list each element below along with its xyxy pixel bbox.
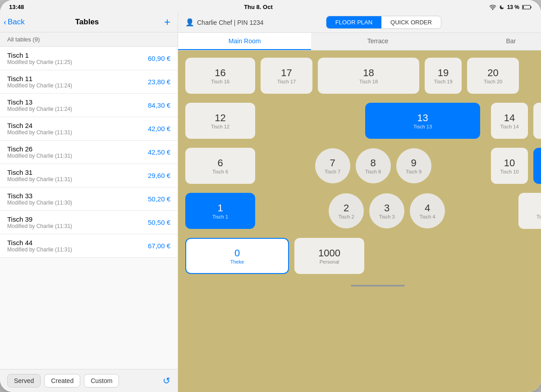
floor-row-5: 0 Theke 1000 Personal — [185, 238, 541, 274]
sidebar-footer: Served Created Custom ↺ — [0, 369, 178, 392]
table-17[interactable]: 17 Tisch 17 — [261, 58, 312, 94]
created-button[interactable]: Created — [44, 374, 80, 387]
add-table-button[interactable]: + — [164, 16, 170, 28]
refresh-button[interactable]: ↺ — [163, 375, 170, 386]
table-15[interactable]: 15 Tisch 15 — [533, 103, 541, 139]
device-frame: 13:48 Thu 8. Oct 13 % — [0, 0, 541, 392]
table-16[interactable]: 16 Tisch 16 — [185, 58, 255, 94]
table-9[interactable]: 9 Tisch 9 — [396, 148, 431, 183]
table-18[interactable]: 18 Tisch 18 — [318, 58, 419, 94]
moon-icon — [499, 5, 504, 10]
table-13[interactable]: 13 Tisch 13 — [365, 103, 480, 139]
view-toggle: FLOOR PLAN QUICK ORDER — [326, 16, 441, 29]
floor-row-1: 16 Tisch 16 17 Tisch 17 18 Tisch 18 19 T… — [185, 58, 541, 94]
table-list-item[interactable]: Tisch 26 Modified by Charlie (11:31) 42,… — [0, 141, 178, 164]
battery-icon — [522, 5, 532, 10]
tab-bar[interactable]: Bar — [445, 33, 541, 50]
back-button[interactable]: ‹ Back — [4, 18, 25, 27]
tab-terrace[interactable]: Terrace — [311, 33, 444, 50]
table-4[interactable]: 4 Tisch 4 — [410, 193, 445, 228]
back-label: Back — [8, 18, 25, 27]
table-20[interactable]: 20 Tisch 20 — [467, 58, 519, 94]
svg-rect-2 — [523, 6, 524, 9]
table-12[interactable]: 12 Tisch 12 — [185, 103, 255, 139]
table-11[interactable]: 11 Tisch 11 — [533, 148, 541, 184]
table-14[interactable]: 14 Tisch 14 — [491, 103, 528, 139]
sidebar: ‹ Back Tables + All tables (9) Tisc — [0, 12, 178, 392]
table-list-item[interactable]: Tisch 24 Modified by Charlie (11:31) 42,… — [0, 117, 178, 141]
chef-icon: 👤 — [185, 18, 194, 27]
table-personal[interactable]: 1000 Personal — [294, 238, 364, 274]
table-7[interactable]: 7 Tisch 7 — [315, 148, 350, 183]
back-chevron-icon: ‹ — [4, 18, 6, 27]
table-2[interactable]: 2 Tisch 2 — [329, 193, 364, 228]
tab-main-room[interactable]: Main Room — [178, 33, 311, 50]
section-header: All tables (9) — [0, 32, 178, 47]
svg-rect-1 — [531, 6, 532, 8]
custom-button[interactable]: Custom — [84, 374, 119, 387]
floor-plan-button[interactable]: FLOOR PLAN — [326, 16, 381, 28]
table-3[interactable]: 3 Tisch 3 — [369, 193, 404, 228]
chef-label: Charlie Chef | PIN 1234 — [197, 19, 264, 26]
room-tabs: Main Room Terrace Bar — [178, 33, 541, 50]
table-theke[interactable]: 0 Theke — [185, 238, 289, 274]
battery-level: 13 % — [507, 4, 519, 10]
floor-row-4: 1 Tisch 1 2 Tisch 2 3 Tisch 3 4 Tisch 4 — [185, 193, 541, 229]
quick-order-button[interactable]: QUICK ORDER — [381, 16, 441, 28]
table-6[interactable]: 6 Tisch 6 — [185, 148, 255, 184]
served-button[interactable]: Served — [7, 374, 41, 387]
table-list-item[interactable]: Tisch 1 Modified by Charlie (11:25) 60,9… — [0, 47, 178, 70]
table-5[interactable]: 5 Tisch 5 — [518, 193, 541, 229]
app-content: ‹ Back Tables + All tables (9) Tisc — [0, 12, 541, 392]
floor-plan: 16 Tisch 16 17 Tisch 17 18 Tisch 18 19 T… — [178, 50, 541, 392]
main-header: 👤 Charlie Chef | PIN 1234 FLOOR PLAN QUI… — [178, 12, 541, 33]
table-list-item[interactable]: Tisch 11 Modified by Charlie (11:24) 23,… — [0, 70, 178, 94]
table-list: Tisch 1 Modified by Charlie (11:25) 60,9… — [0, 47, 178, 369]
floor-row-2: 12 Tisch 12 13 Tisch 13 14 Tisch 14 15 — [185, 103, 541, 139]
main-panel: 👤 Charlie Chef | PIN 1234 FLOOR PLAN QUI… — [178, 12, 541, 392]
table-list-item[interactable]: Tisch 44 Modified by Charlie (11:31) 67,… — [0, 234, 178, 258]
table-10[interactable]: 10 Tisch 10 — [491, 148, 528, 184]
table-list-item[interactable]: Tisch 13 Modified by Charlie (11:24) 84,… — [0, 94, 178, 117]
table-list-item[interactable]: Tisch 33 Modified by Charlie (11:30) 50,… — [0, 187, 178, 211]
sidebar-header: ‹ Back Tables + — [0, 12, 178, 32]
table-1[interactable]: 1 Tisch 1 — [185, 193, 255, 229]
chef-info: 👤 Charlie Chef | PIN 1234 — [185, 18, 264, 27]
home-indicator-area — [185, 283, 541, 287]
home-indicator — [351, 285, 405, 287]
sidebar-title: Tables — [75, 18, 99, 27]
status-date: Thu 8. Oct — [244, 4, 273, 10]
status-bar: 13:48 Thu 8. Oct 13 % — [0, 0, 541, 12]
table-19[interactable]: 19 Tisch 19 — [425, 58, 462, 94]
table-8[interactable]: 8 Tisch 8 — [356, 148, 391, 183]
table-list-item[interactable]: Tisch 31 Modified by Charlie (11:31) 29,… — [0, 164, 178, 187]
table-list-item[interactable]: Tisch 39 Modified by Charlie (11:31) 50,… — [0, 211, 178, 234]
status-time: 13:48 — [9, 4, 24, 10]
floor-row-3: 6 Tisch 6 7 Tisch 7 8 Tisch 8 9 Tisch 9 — [185, 148, 541, 184]
wifi-icon — [489, 5, 496, 10]
